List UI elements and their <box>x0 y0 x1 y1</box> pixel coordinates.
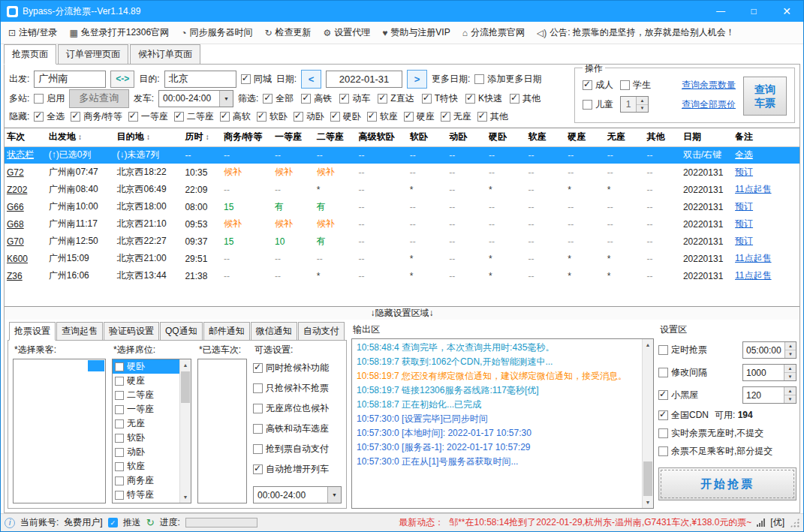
scrollbar-thumb[interactable] <box>643 461 652 496</box>
train-row[interactable]: G70广州南12:50北京西22:2709:371510有-----------… <box>5 233 799 250</box>
tab-候补订单页面[interactable]: 候补订单页面 <box>130 44 200 65</box>
train-cell[interactable]: G72 <box>5 164 47 181</box>
filter-checkbox-全部[interactable]: 全部 <box>263 92 294 105</box>
column-header-出发地[interactable]: 出发地 ↕ <box>47 128 115 146</box>
column-header-备注[interactable]: 备注 <box>733 128 799 146</box>
book-link[interactable]: 预订 <box>733 233 799 250</box>
option-checkbox-自动抢增开列车[interactable]: 自动抢增开列车 <box>253 463 342 476</box>
blackroom-spinner[interactable]: 120▲▼ <box>742 386 796 404</box>
option-checkbox-高铁和动车选座[interactable]: 高铁和动车选座 <box>253 422 342 435</box>
no-seat-checkbox[interactable]: 实时余票无座时,不提交 <box>658 427 763 440</box>
minimize-button[interactable]: — <box>704 1 737 22</box>
filter-checkbox-动车[interactable]: 动车 <box>339 92 370 105</box>
passenger-list[interactable] <box>13 359 106 503</box>
column-header-目的地[interactable]: 目的地 ↕ <box>115 128 183 146</box>
scroll-down-icon[interactable]: ▼ <box>180 491 191 503</box>
column-header-软卧[interactable]: 软卧 <box>408 128 447 146</box>
hide-checkbox-二等座[interactable]: 二等座 <box>174 110 214 123</box>
column-header-日期[interactable]: 日期 <box>681 128 733 146</box>
book-link[interactable]: 11点起售 <box>733 267 799 284</box>
push-icon[interactable]: ✓ <box>108 518 118 527</box>
book-link[interactable]: 预订 <box>733 164 799 181</box>
seat-option-硬座[interactable]: 硬座 <box>113 374 179 388</box>
same-city-checkbox[interactable]: 同城 <box>241 73 272 86</box>
train-row[interactable]: K600广州15:09北京西21:0029:51--------*--*--**… <box>5 250 799 267</box>
toolbar-item[interactable]: ⚙设置代理 <box>323 26 370 39</box>
spinner-buttons[interactable]: ▲▼ <box>784 342 796 358</box>
tab-抢票设置[interactable]: 抢票设置 <box>9 322 56 341</box>
prev-date-button[interactable]: < <box>301 70 321 89</box>
train-cell[interactable]: Z36 <box>5 267 47 284</box>
train-cell[interactable]: 状态栏 <box>5 146 47 164</box>
date-input[interactable]: 2022-01-31 <box>326 71 402 88</box>
spin-down-icon[interactable]: ▼ <box>637 105 648 113</box>
toolbar-item[interactable]: ↻检查更新 <box>264 26 311 39</box>
spin-up-icon[interactable]: ▲ <box>785 342 796 350</box>
hide-checkbox-商务/特等[interactable]: 商务/特等 <box>71 110 122 123</box>
interval-spinner[interactable]: 1000▲▼ <box>742 364 796 381</box>
seat-option-一等座[interactable]: 一等座 <box>113 402 179 416</box>
train-row[interactable]: Z36广州16:06北京西13:4421:38----*--*--*--**--… <box>5 267 799 284</box>
column-header-无座[interactable]: 无座 <box>605 128 645 146</box>
column-header-硬座[interactable]: 硬座 <box>565 128 605 146</box>
next-date-button[interactable]: > <box>407 70 427 89</box>
multi-enable-checkbox[interactable]: 启用 <box>34 92 65 105</box>
seat-list-scrollbar[interactable]: ▲▼ <box>179 359 191 503</box>
train-cell[interactable]: G66 <box>5 198 47 215</box>
spin-up-icon[interactable]: ▲ <box>784 387 796 395</box>
depart-input[interactable]: 广州南 <box>34 71 106 88</box>
timed-grab-time-spinner[interactable]: 05:00:00▲▼ <box>742 341 796 359</box>
spin-up-icon[interactable]: ▲ <box>784 365 796 373</box>
book-link[interactable]: 预订 <box>733 198 799 215</box>
spin-down-icon[interactable]: ▼ <box>785 350 796 358</box>
book-link[interactable]: 11点起售 <box>733 250 799 267</box>
book-link[interactable]: 11点起售 <box>733 181 799 198</box>
train-cell[interactable]: Z202 <box>5 181 47 198</box>
dest-input[interactable]: 北京 <box>164 71 236 88</box>
seat-option-动卧[interactable]: 动卧 <box>113 445 179 459</box>
output-scrollbar[interactable]: ▲▼ <box>642 339 653 508</box>
option-checkbox-只抢候补不抢票[interactable]: 只抢候补不抢票 <box>253 382 342 395</box>
train-row[interactable]: G68广州南11:17北京西21:1009:53候补候补候补----------… <box>5 215 799 233</box>
seat-option-特等座[interactable]: 特等座 <box>113 488 179 502</box>
cdn-checkbox[interactable]: 全国CDN <box>658 409 709 422</box>
scroll-up-icon[interactable]: ▲ <box>180 359 191 371</box>
child-count-spinner[interactable]: 1▲▼ <box>620 96 649 113</box>
student-checkbox[interactable]: 学生 <box>620 79 651 92</box>
seat-option-无座[interactable]: 无座 <box>113 416 179 431</box>
toolbar-item[interactable]: ◔同步服务器时间 <box>181 26 252 39</box>
tab-查询起售[interactable]: 查询起售 <box>56 322 103 341</box>
toolbar-item[interactable]: ⊡注销/登录 <box>8 26 57 39</box>
column-header-一等座[interactable]: 一等座 <box>273 128 315 146</box>
scroll-up-icon[interactable]: ▲ <box>643 339 653 350</box>
hide-checkbox-硬座[interactable]: 硬座 <box>404 110 435 123</box>
train-cell[interactable]: K600 <box>5 250 47 267</box>
column-header-高级软卧[interactable]: 高级软卧 <box>357 128 408 146</box>
spinner-buttons[interactable]: ▲▼ <box>784 387 796 403</box>
seat-option-二等座[interactable]: 二等座 <box>113 388 179 402</box>
adult-checkbox[interactable]: 成人 <box>583 79 613 92</box>
interval-checkbox[interactable]: 修改间隔 <box>658 366 707 379</box>
spin-down-icon[interactable]: ▼ <box>784 373 796 380</box>
hide-checkbox-软座[interactable]: 软座 <box>367 110 398 123</box>
column-header-车次[interactable]: 车次 <box>5 128 47 146</box>
seat-option-硬卧[interactable]: 硬卧 <box>113 359 179 374</box>
column-header-二等座[interactable]: 二等座 <box>315 128 357 146</box>
hide-checkbox-软卧[interactable]: 软卧 <box>257 110 288 123</box>
query-all-prices-link[interactable]: 查询全部票价 <box>682 98 736 111</box>
train-row[interactable]: G66广州南10:00北京西18:0008:0015有有------------… <box>5 198 799 215</box>
select-all-link[interactable]: 全选 <box>733 146 799 164</box>
filter-checkbox-K快速[interactable]: K快速 <box>465 92 502 105</box>
depart-time-select[interactable]: 00:00-24:00▼ <box>158 90 233 107</box>
close-button[interactable]: ✕ <box>770 1 803 22</box>
selected-trains-list[interactable] <box>197 359 247 503</box>
filter-checkbox-其他[interactable]: 其他 <box>510 92 541 105</box>
filter-checkbox-T特快[interactable]: T特快 <box>422 92 458 105</box>
column-header-动卧[interactable]: 动卧 <box>447 128 486 146</box>
seat-option-软卧[interactable]: 软卧 <box>113 431 179 445</box>
seat-option-软座[interactable]: 软座 <box>113 459 179 473</box>
train-row[interactable]: G72广州南07:47北京西18:2210:35候补候补候补----------… <box>5 164 799 181</box>
tab-验证码设置[interactable]: 验证码设置 <box>104 322 159 341</box>
spin-down-icon[interactable]: ▼ <box>784 395 796 403</box>
add-more-dates-checkbox[interactable]: 添加更多日期 <box>474 73 541 86</box>
